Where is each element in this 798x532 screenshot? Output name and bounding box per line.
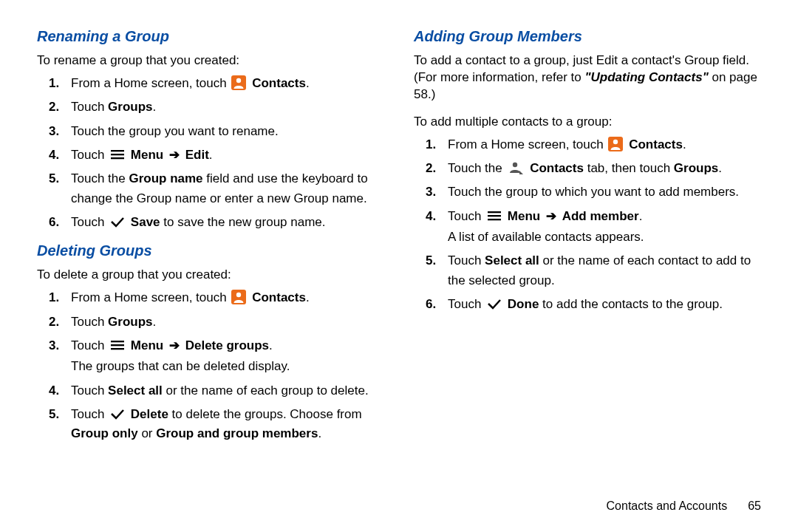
text: From a Home screen, touch <box>71 76 227 90</box>
step: Touch Delete to delete the groups. Choos… <box>71 405 384 444</box>
text-bold: Groups <box>674 161 718 175</box>
step: Touch Groups. <box>71 98 384 117</box>
contacts-icon <box>231 75 246 90</box>
text: tab, then touch <box>584 161 674 175</box>
svg-rect-15 <box>488 215 501 216</box>
step: Touch Groups. <box>71 313 384 332</box>
intro-adding-1: To add a contact to a group, just Edit a… <box>414 52 761 103</box>
text: . <box>209 148 213 162</box>
text-bold: Contacts <box>252 290 306 304</box>
step: Touch Select all or the name of each gro… <box>71 381 384 400</box>
arrow-icon: ➔ <box>169 148 180 162</box>
text-bold-italic: "Updating Contacts" <box>584 70 708 84</box>
svg-rect-16 <box>488 219 501 220</box>
menu-icon <box>487 210 502 222</box>
substep: The groups that can be deleted display. <box>71 357 384 376</box>
text-bold: Group name <box>129 171 202 185</box>
step: Touch Save to save the new group name. <box>71 213 384 232</box>
text-bold: Menu <box>131 148 163 162</box>
text: to save the new group name. <box>160 215 326 229</box>
text: From a Home screen, touch <box>71 290 227 304</box>
text-bold: Menu <box>131 338 163 352</box>
text: . <box>269 338 273 352</box>
check-icon <box>487 298 502 310</box>
right-column: Adding Group Members To add a contact to… <box>414 28 761 454</box>
text-bold: Select all <box>485 253 539 267</box>
text: to delete the groups. Choose from <box>168 407 362 421</box>
check-icon <box>110 216 125 228</box>
svg-rect-7 <box>111 341 124 342</box>
text: . <box>306 290 310 304</box>
step: Touch the Contacts tab, then touch Group… <box>448 159 761 178</box>
menu-icon <box>110 149 125 160</box>
text: Touch the <box>448 161 502 175</box>
substep: A list of available contacts appears. <box>448 228 761 247</box>
contacts-icon <box>231 290 246 304</box>
text: Touch <box>71 407 104 421</box>
check-icon <box>110 408 125 420</box>
text: . <box>153 315 157 329</box>
step: Touch the Group name field and use the k… <box>71 169 384 208</box>
svg-rect-4 <box>111 157 124 159</box>
svg-rect-8 <box>111 344 124 346</box>
footer-chapter: Contacts and Accounts <box>607 499 728 512</box>
heading-renaming: Renaming a Group <box>37 28 384 45</box>
svg-point-6 <box>236 293 241 297</box>
text: Touch <box>71 148 104 162</box>
text: . <box>718 161 722 175</box>
text-bold: Menu <box>508 209 540 223</box>
step: From a Home screen, touch Contacts. <box>448 135 761 154</box>
step: Touch the group to which you want to add… <box>448 183 761 202</box>
text-bold: Contacts <box>530 161 584 175</box>
text-bold: Add member <box>562 209 639 223</box>
text: or the name of each group to delete. <box>163 383 369 398</box>
text-bold: Delete <box>131 407 168 421</box>
steps-deleting: From a Home screen, touch Contacts. Touc… <box>37 288 384 443</box>
contacts-icon <box>608 137 623 151</box>
text: Touch <box>71 215 104 229</box>
text: Touch the <box>71 171 129 185</box>
text: Touch <box>448 253 485 267</box>
step: Touch Done to add the contacts to the gr… <box>448 295 761 314</box>
text: Touch <box>448 209 481 223</box>
text-bold: Save <box>131 215 160 229</box>
arrow-icon: ➔ <box>546 209 556 223</box>
text-bold: Group only <box>71 426 138 440</box>
text-bold: Groups <box>108 100 152 114</box>
footer-page-number: 65 <box>748 499 761 512</box>
text: to add the contacts to the group. <box>539 297 723 311</box>
text: . <box>153 100 157 114</box>
text-bold: Contacts <box>629 137 683 151</box>
text: . <box>306 76 310 90</box>
step: Touch Select all or the name of each con… <box>448 251 761 290</box>
svg-point-11 <box>613 140 618 144</box>
text: Touch <box>71 383 108 398</box>
svg-point-1 <box>236 78 241 83</box>
text-bold: Select all <box>108 383 163 398</box>
text-bold: Done <box>508 297 539 311</box>
text: Touch <box>71 315 108 329</box>
intro-deleting: To delete a group that you created: <box>37 267 384 284</box>
svg-rect-9 <box>111 348 124 349</box>
text-bold: Edit <box>185 148 209 162</box>
step: From a Home screen, touch Contacts. <box>71 288 384 307</box>
step: From a Home screen, touch Contacts. <box>71 74 384 93</box>
text: Touch <box>71 100 108 114</box>
step: Touch the group you want to rename. <box>71 122 384 141</box>
text-bold: Contacts <box>252 76 306 90</box>
intro-renaming: To rename a group that you created: <box>37 52 384 69</box>
svg-rect-3 <box>111 154 124 155</box>
svg-rect-14 <box>488 211 501 213</box>
text: Touch <box>448 297 481 311</box>
svg-rect-2 <box>111 150 124 151</box>
page-footer: Contacts and Accounts65 <box>607 499 761 513</box>
menu-icon <box>110 339 125 351</box>
text: . <box>683 137 686 151</box>
heading-deleting: Deleting Groups <box>37 242 384 259</box>
steps-renaming: From a Home screen, touch Contacts. Touc… <box>37 74 384 232</box>
heading-adding: Adding Group Members <box>414 28 761 45</box>
text: or <box>138 426 157 440</box>
left-column: Renaming a Group To rename a group that … <box>37 28 384 454</box>
text-bold: Group and group members <box>156 426 318 440</box>
text: . <box>639 209 643 223</box>
